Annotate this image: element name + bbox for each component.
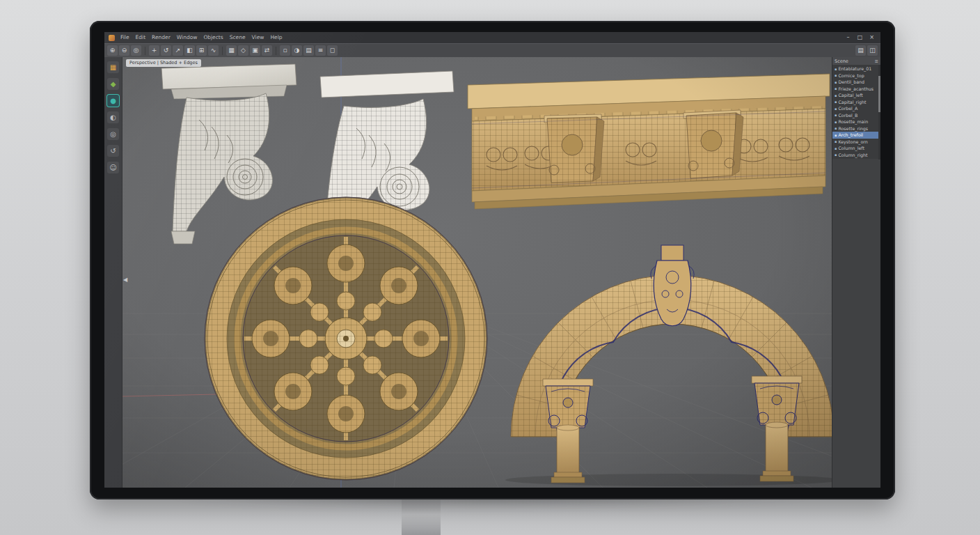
zoom-in-icon[interactable]: ⊕: [107, 45, 118, 56]
outliner-item[interactable]: ▪Column_left: [832, 145, 880, 152]
object-cube-icon: ▪: [835, 133, 837, 137]
object-cube-icon: ▪: [835, 153, 837, 157]
outliner-panel: Scene ≡ ▪Entablature_01 ▪Cornice_top ▪De…: [832, 57, 880, 488]
outliner-item[interactable]: ▪Dentil_band: [832, 79, 880, 86]
object-cube-icon: ▪: [835, 67, 837, 71]
panel-toggle-icon[interactable]: ▤: [855, 45, 866, 56]
viewport-vignette: [122, 57, 832, 488]
select-box-icon[interactable]: ◻: [327, 45, 338, 56]
zoom-extents-icon[interactable]: ◎: [131, 45, 141, 56]
maximize-button[interactable]: □: [855, 33, 864, 42]
outliner-item[interactable]: ▪Frieze_acanthus: [832, 86, 880, 93]
mirror-tool-icon[interactable]: ◧: [184, 45, 195, 56]
zoom-out-icon[interactable]: ⊖: [119, 45, 129, 56]
sphere-brush-icon[interactable]: ●: [107, 95, 119, 107]
history-icon[interactable]: ↺: [107, 145, 119, 157]
target-icon[interactable]: ◎: [107, 128, 119, 140]
menu-item-help[interactable]: Help: [270, 32, 282, 43]
outliner-item[interactable]: ▪Capital_right: [832, 99, 880, 106]
panel-collapse-arrow[interactable]: ◀: [123, 277, 127, 283]
outliner-item-label: Arch_trefoil: [838, 132, 863, 137]
grid-snap-icon[interactable]: ▦: [226, 45, 237, 56]
window-controls: – □ ×: [844, 33, 876, 42]
outliner-item-label: Column_right: [838, 153, 867, 157]
outliner-item[interactable]: ▪Cornice_top: [832, 72, 880, 79]
outliner-header: Scene ≡: [832, 57, 880, 65]
list-icon[interactable]: ≡: [315, 45, 326, 56]
array-tool-icon[interactable]: ⊞: [196, 45, 207, 56]
shading-icon[interactable]: ◑: [292, 45, 302, 56]
outliner-item[interactable]: ▪Corbel_A: [832, 105, 880, 112]
outliner-item[interactable]: ▪Entablature_01: [832, 65, 880, 72]
close-button[interactable]: ×: [867, 33, 876, 42]
titlebar: File Edit Render Window Objects Scene Vi…: [104, 32, 880, 43]
monitor-stand: [402, 497, 441, 535]
outliner-scrollbar[interactable]: [878, 65, 880, 160]
rotate-tool-icon[interactable]: ↺: [161, 45, 171, 56]
outliner-item[interactable]: ▪Capital_left: [832, 92, 880, 99]
object-cube-icon: ▪: [835, 93, 837, 98]
outliner-item-label: Frieze_acanthus: [838, 86, 874, 91]
render-icon[interactable]: ▣: [250, 45, 260, 56]
outliner-item-label: Corbel_A: [838, 106, 858, 111]
toolbar-separator: [145, 47, 145, 55]
app-window: File Edit Render Window Objects Scene Vi…: [104, 32, 880, 488]
outliner-item-label: Dentil_band: [838, 79, 864, 84]
menu-item-file[interactable]: File: [120, 32, 129, 43]
monitor-bezel: File Edit Render Window Objects Scene Vi…: [90, 21, 895, 499]
object-cube-icon: ▪: [835, 100, 837, 104]
material-icon[interactable]: ◇: [238, 45, 248, 56]
viewport-label[interactable]: Perspective | Shaded + Edges: [126, 59, 201, 67]
object-cube-icon: ▪: [835, 73, 837, 77]
curve-tool-icon[interactable]: ∿: [208, 45, 219, 56]
menu-item-window[interactable]: Window: [177, 32, 198, 43]
menu-bar: File Edit Render Window Objects Scene Vi…: [120, 32, 283, 43]
scene-tool-icon[interactable]: ◆: [107, 78, 119, 90]
half-shade-icon[interactable]: ◐: [107, 111, 119, 123]
object-cube-icon: ▪: [835, 120, 837, 124]
outliner-item-label: Corbel_B: [838, 113, 858, 118]
outliner-item-label: Capital_left: [838, 93, 862, 98]
move-tool-icon[interactable]: +: [149, 45, 159, 56]
wireframe-icon[interactable]: ▫: [280, 45, 290, 56]
object-cube-icon: ▪: [835, 146, 837, 150]
outliner-scrollbar-thumb[interactable]: [878, 76, 880, 112]
layers-icon[interactable]: ▤: [303, 45, 314, 56]
menu-item-view[interactable]: View: [252, 32, 264, 43]
outliner-item-label: Rosette_main: [838, 119, 868, 124]
menu-item-objects[interactable]: Objects: [203, 32, 223, 43]
menu-item-scene[interactable]: Scene: [230, 32, 246, 43]
outliner-item-label: Keystone_orn: [838, 139, 867, 144]
layout-icon[interactable]: ◫: [867, 45, 878, 56]
outliner-list: ▪Entablature_01 ▪Cornice_top ▪Dentil_ban…: [832, 65, 880, 159]
menu-item-render[interactable]: Render: [152, 32, 171, 43]
object-cube-icon: ▪: [835, 139, 837, 144]
outliner-item-label: Entablature_01: [838, 66, 871, 71]
left-tool-column: ▦ ◆ ● ◐ ◎ ↺ ☺: [104, 57, 122, 488]
outliner-item[interactable]: ▪Column_right: [832, 152, 880, 159]
outliner-item[interactable]: ▪Keystone_orn: [832, 139, 880, 146]
object-cube-icon: ▪: [835, 126, 837, 130]
viewport[interactable]: Perspective | Shaded + Edges ◀: [122, 57, 832, 488]
minimize-button[interactable]: –: [844, 33, 853, 42]
outliner-item[interactable]: ▪Rosette_rings: [832, 125, 880, 132]
cube-tool-icon[interactable]: ▦: [107, 61, 119, 73]
app-logo-icon: [109, 35, 115, 41]
outliner-item-label: Cornice_top: [838, 73, 864, 78]
outliner-item-selected[interactable]: ▪Arch_trefoil: [832, 132, 880, 139]
object-cube-icon: ▪: [835, 113, 837, 117]
toolbar-separator: [222, 47, 223, 55]
outliner-item-label: Capital_right: [838, 100, 866, 104]
menu-item-edit[interactable]: Edit: [136, 32, 146, 43]
viewport-canvas[interactable]: [122, 57, 832, 488]
outliner-item-label: Column_left: [838, 146, 864, 150]
outliner-item[interactable]: ▪Rosette_main: [832, 118, 880, 125]
outliner-item[interactable]: ▪Corbel_B: [832, 112, 880, 119]
main-toolbar: ⊕ ⊖ ◎ + ↺ ↗ ◧ ⊞ ∿ ▦ ◇ ▣ ⇄ ▫ ◑ ▤ ≡ ◻ ▤ ◫: [104, 43, 880, 57]
scale-tool-icon[interactable]: ↗: [173, 45, 183, 56]
outliner-menu-icon[interactable]: ≡: [875, 59, 878, 64]
swap-view-icon[interactable]: ⇄: [262, 45, 272, 56]
outliner-item-label: Rosette_rings: [838, 126, 868, 131]
smiley-icon[interactable]: ☺: [107, 162, 119, 173]
object-cube-icon: ▪: [835, 80, 837, 84]
